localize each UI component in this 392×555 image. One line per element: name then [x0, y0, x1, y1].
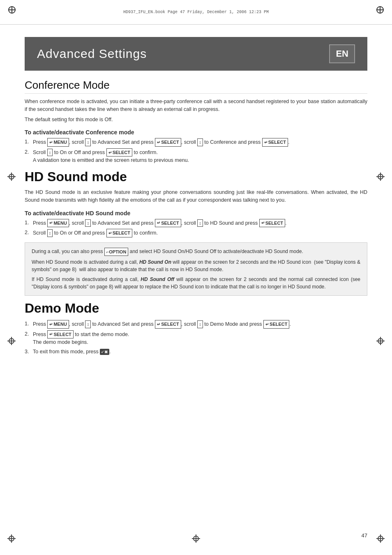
crosshair-top-right	[376, 6, 384, 14]
menu-key-3: ↵MENU	[47, 320, 69, 329]
scroll-icon-2: ↕	[197, 138, 203, 146]
demo-mode-steps: 1. Press ↵MENU, scroll ↕ to Advanced Set…	[25, 320, 367, 356]
scroll-icon-4: ↕	[85, 219, 91, 227]
select-key-5: ↵SELECT	[259, 219, 285, 228]
header-file-info: HD937_IFU_EN.book Page 47 Friday, Decemb…	[16, 10, 376, 14]
select-key-1: ↵SELECT	[155, 138, 181, 147]
conference-mode-section: Conference Mode When conference mode is …	[25, 79, 367, 164]
demo-mode-section: Demo Mode 1. Press ↵MENU, scroll ↕ to Ad…	[25, 301, 367, 356]
crosshair-bottom-center	[192, 534, 200, 543]
page-title: Advanced Settings	[37, 47, 147, 61]
option-key: ⌐OPTION	[104, 248, 129, 256]
crosshair-left-lower	[7, 337, 16, 345]
title-section: Advanced Settings EN	[25, 37, 367, 71]
demo-step2: 2. Press ↵SELECT to start the demo mode.…	[25, 330, 367, 346]
infobox-p3: If HD Sound mode is deactivated during a…	[32, 276, 360, 290]
infobox-p1: During a call, you can also press ⌐OPTIO…	[32, 248, 360, 256]
conference-description2: The default setting for this mode is Off…	[25, 116, 367, 124]
hd-sound-step2: 2. Scroll ↕ to On or Off and press ↵SELE…	[25, 229, 367, 237]
content-area: Conference Mode When conference mode is …	[0, 71, 392, 369]
hd-sound-subsection-title: To activate/deactivate HD Sound mode	[25, 210, 367, 216]
demo-step1: 1. Press ↵MENU, scroll ↕ to Advanced Set…	[25, 320, 367, 329]
conference-step2: 2. Scroll ↕ to On or Off and press ↵SELE…	[25, 148, 367, 164]
hd-sound-steps: 1. Press ↵MENU, scroll ↕ to Advanced Set…	[25, 219, 367, 237]
demo-step3: 3. To exit from this mode, press ↙▣.	[25, 348, 367, 356]
conference-description1: When conference mode is activated, you c…	[25, 98, 367, 113]
conference-subsection-title: To activate/deactivate Conference mode	[25, 129, 367, 136]
hd-sound-title: HD Sound mode	[25, 169, 367, 184]
hd-sound-step1: 1. Press ↵MENU, scroll ↕ to Advanced Set…	[25, 219, 367, 228]
hd-sound-infobox: During a call, you can also press ⌐OPTIO…	[25, 242, 367, 296]
hd-sound-section: HD Sound mode The HD Sound mode is an ex…	[25, 169, 367, 296]
select-key-7: ↵SELECT	[155, 320, 181, 329]
select-key-2: ↵SELECT	[262, 138, 288, 147]
conference-mode-title: Conference Mode	[25, 79, 367, 94]
select-key-9: ↵SELECT	[47, 330, 73, 339]
scroll-icon-8: ↕	[197, 320, 203, 328]
scroll-icon-6: ↕	[47, 229, 53, 237]
page-number: 47	[362, 532, 367, 539]
crosshair-top-left	[8, 6, 16, 14]
crosshair-left-mid	[7, 173, 16, 181]
menu-key: ↵MENU	[47, 138, 69, 147]
hd-sound-description1: The HD Sound mode is an exclusive featur…	[25, 189, 367, 204]
demo-step2b: The demo mode begins.	[33, 339, 88, 345]
language-badge: EN	[329, 44, 355, 63]
conference-step2b: A validation tone is emitted and the scr…	[33, 157, 189, 163]
page-wrapper: HD937_IFU_EN.book Page 47 Friday, Decemb…	[0, 0, 392, 555]
select-key-3: ↵SELECT	[106, 148, 132, 157]
header-bar: HD937_IFU_EN.book Page 47 Friday, Decemb…	[0, 0, 392, 25]
conference-step1: 1. Press ↵MENU, scroll ↕ to Advanced Set…	[25, 138, 367, 147]
end-call-key: ↙▣	[100, 349, 109, 355]
crosshair-bottom-right	[376, 534, 385, 543]
select-key-6: ↵SELECT	[106, 229, 132, 237]
menu-key-2: ↵MENU	[47, 219, 69, 228]
scroll-icon-1: ↕	[85, 138, 91, 146]
scroll-icon-7: ↕	[85, 320, 91, 328]
scroll-icon-3: ↕	[47, 149, 53, 157]
demo-mode-title: Demo Mode	[25, 301, 367, 316]
select-key-4: ↵SELECT	[155, 219, 181, 228]
infobox-p2: When HD Sound mode is activated during a…	[32, 258, 360, 273]
conference-steps: 1. Press ↵MENU, scroll ↕ to Advanced Set…	[25, 138, 367, 164]
crosshair-right-mid	[376, 173, 385, 181]
scroll-icon-5: ↕	[197, 219, 203, 227]
crosshair-right-lower	[376, 337, 385, 345]
select-key-8: ↵SELECT	[263, 320, 289, 329]
crosshair-bottom-left	[7, 534, 16, 543]
